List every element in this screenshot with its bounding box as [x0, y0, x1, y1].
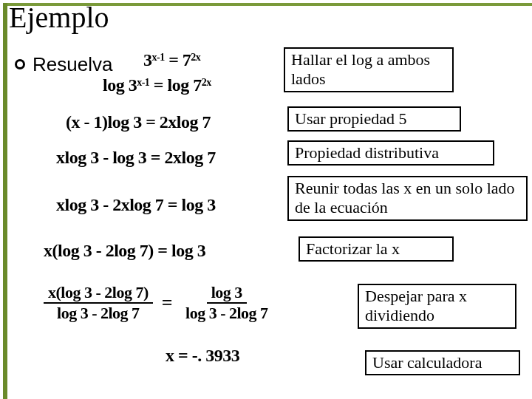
fraction-right: log 3 log 3 - 2log 7 — [181, 284, 273, 321]
equation-1: 3x-1 = 72x — [143, 50, 200, 70]
bullet-resuelva: Resuelva — [15, 53, 112, 76]
equation-7: x(log 3 - 2log 7) log 3 - 2log 7 = log 3… — [44, 282, 273, 321]
step-box-1: Hallar el log a ambos lados — [284, 47, 454, 92]
slide-title: Ejemplo — [9, 0, 109, 35]
step-box-6: Despejar para x dividiendo — [358, 284, 516, 329]
step-box-2: Usar propiedad 5 — [287, 106, 461, 132]
bullet-ring-icon — [15, 59, 25, 69]
step-box-5: Factorizar la x — [299, 236, 454, 262]
equation-6: x(log 3 - 2log 7) = log 3 — [44, 241, 205, 261]
equation-3: (x - 1)log 3 = 2xlog 7 — [66, 112, 211, 132]
equation-4: xlog 3 - log 3 = 2xlog 7 — [56, 148, 216, 168]
equation-5: xlog 3 - 2xlog 7 = log 3 — [56, 195, 216, 215]
step-box-4: Reunir todas las x en un solo lado de la… — [287, 176, 528, 221]
step-box-7: Usar calculadora — [365, 350, 520, 375]
equals-sign: = — [159, 292, 175, 314]
fraction-left: x(log 3 - 2log 7) log 3 - 2log 7 — [44, 284, 153, 321]
equation-2: log 3x-1 = log 72x — [103, 75, 211, 95]
step-box-3: Propiedad distributiva — [287, 140, 494, 166]
equation-8: x = -. 3933 — [166, 346, 239, 366]
bullet-text: Resuelva — [33, 53, 112, 75]
